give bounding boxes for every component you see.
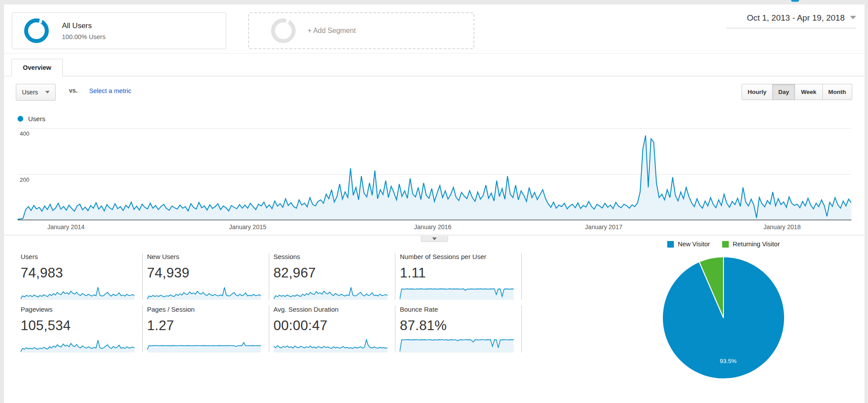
returning-visitor-label: Returning Visitor xyxy=(733,241,780,248)
visitor-type-pie-chart[interactable]: 93.5% xyxy=(661,255,786,380)
users-legend-dot-icon xyxy=(18,116,23,122)
add-segment-button[interactable]: + Add Segment xyxy=(248,12,474,49)
metric-value: 87.81% xyxy=(400,318,516,334)
x-axis-tick-label: January 2017 xyxy=(585,223,622,230)
segment-subtitle: 100.00% Users xyxy=(62,33,105,40)
vs-label: vs. xyxy=(69,87,77,94)
metric-value: 1.11 xyxy=(400,265,516,281)
metric-card-new-users[interactable]: New Users 74,939 xyxy=(143,253,269,300)
new-visitor-swatch-icon xyxy=(667,241,674,248)
metric-sparkline xyxy=(274,338,387,353)
metric-label: Pageviews xyxy=(21,306,137,313)
help-icon-fragment xyxy=(791,0,799,2)
metric-label: Avg. Session Duration xyxy=(274,306,390,313)
metric-label: Bounce Rate xyxy=(400,306,516,313)
metric-sparkline xyxy=(274,285,387,300)
controls-row: Users vs. Select a metric Hourly Day Wee… xyxy=(4,76,864,110)
metric-sparkline xyxy=(147,285,261,300)
metric-value: 74,983 xyxy=(21,265,137,281)
x-axis-labels: January 2014January 2015January 2016Janu… xyxy=(18,220,851,232)
metric-value: 82,967 xyxy=(274,265,390,281)
metric-value: 00:00:47 xyxy=(274,318,390,334)
add-segment-donut-icon xyxy=(271,18,296,43)
granularity-button-group: Hourly Day Week Month xyxy=(741,84,852,100)
granularity-month-button[interactable]: Month xyxy=(823,84,852,100)
metric-value: 74,939 xyxy=(147,265,264,281)
new-visitor-label: New Visitor xyxy=(678,241,710,248)
metric-sparkline xyxy=(400,338,514,353)
metric-label: Users xyxy=(21,253,137,260)
segment-title: All Users xyxy=(62,22,105,30)
users-timeseries-chart[interactable]: 400 200 xyxy=(18,128,851,220)
pie-legend: New Visitor Returning Visitor xyxy=(654,241,793,248)
metric-value: 105,534 xyxy=(21,318,137,334)
x-axis-tick-label: January 2016 xyxy=(414,223,452,230)
metric-card-bounce-rate[interactable]: Bounce Rate 87.81% xyxy=(395,306,522,353)
chart-legend: Users xyxy=(18,113,864,124)
granularity-day-button[interactable]: Day xyxy=(773,84,796,100)
metric-label: Sessions xyxy=(274,253,390,260)
metric-sparkline xyxy=(147,338,261,353)
metric-row-1: Users 74,983 New Users 74,939 Sessions 8… xyxy=(17,253,522,300)
metric-card-pageviews[interactable]: Pageviews 105,534 xyxy=(17,306,143,353)
metric-card-sessions-per-user[interactable]: Number of Sessions per User 1.11 xyxy=(395,253,522,300)
metric-select-dropdown[interactable]: Users xyxy=(16,84,56,101)
metric-card-users[interactable]: Users 74,983 xyxy=(17,253,143,300)
select-a-metric-link[interactable]: Select a metric xyxy=(89,87,131,94)
add-segment-label: + Add Segment xyxy=(307,27,356,35)
x-axis-tick-label: January 2015 xyxy=(229,223,266,230)
metric-value: 1.27 xyxy=(147,318,264,334)
segment-card-all-users[interactable]: All Users 100.00% Users xyxy=(12,12,226,49)
visitor-type-pie-block: New Visitor Returning Visitor 93.5% xyxy=(654,241,793,380)
legend-item-returning-visitor: Returning Visitor xyxy=(722,241,780,248)
metric-select-value: Users xyxy=(22,89,38,96)
segment-header-row: All Users 100.00% Users + Add Segment Oc… xyxy=(4,4,864,54)
users-legend-label: Users xyxy=(28,115,45,122)
metric-sparkline xyxy=(400,285,514,300)
main-panel: All Users 100.00% Users + Add Segment Oc… xyxy=(4,4,864,403)
granularity-week-button[interactable]: Week xyxy=(795,84,822,100)
metric-label: Pages / Session xyxy=(147,306,264,313)
metric-card-pages-per-session[interactable]: Pages / Session 1.27 xyxy=(143,306,269,353)
pie-percentage-label: 93.5% xyxy=(720,358,736,364)
date-range-picker[interactable]: Oct 1, 2013 - Apr 19, 2018 xyxy=(726,13,856,29)
metric-cards: Users 74,983 New Users 74,939 Sessions 8… xyxy=(17,235,522,353)
returning-visitor-swatch-icon xyxy=(722,241,729,248)
date-range-caret-icon xyxy=(850,16,856,22)
segment-donut-icon xyxy=(24,18,49,43)
tabs-row: Overview xyxy=(4,54,864,76)
date-range-text: Oct 1, 2013 - Apr 19, 2018 xyxy=(747,13,845,22)
x-axis-tick-label: January 2014 xyxy=(47,223,85,230)
metric-card-sessions[interactable]: Sessions 82,967 xyxy=(269,253,396,300)
metric-label: Number of Sessions per User xyxy=(400,253,516,260)
ga-audience-overview: { "colors": { "blue": "#058dc7", "green"… xyxy=(0,0,868,403)
segment-texts: All Users 100.00% Users xyxy=(62,22,105,40)
metric-card-avg-session-duration[interactable]: Avg. Session Duration 00:00:47 xyxy=(269,306,396,353)
users-timeseries-svg xyxy=(18,128,851,219)
dropdown-caret-icon xyxy=(45,91,50,96)
metric-sparkline xyxy=(21,338,134,353)
metric-sparkline xyxy=(21,285,134,300)
chart-section-divider xyxy=(4,232,864,235)
x-axis-tick-label: January 2018 xyxy=(763,223,801,230)
tab-overview[interactable]: Overview xyxy=(11,59,63,76)
metric-row-2: Pageviews 105,534 Pages / Session 1.27 A… xyxy=(17,306,522,353)
legend-item-new-visitor: New Visitor xyxy=(667,241,710,248)
summary-section: Users 74,983 New Users 74,939 Sessions 8… xyxy=(4,235,864,353)
granularity-hourly-button[interactable]: Hourly xyxy=(741,84,773,100)
metric-label: New Users xyxy=(147,253,264,260)
